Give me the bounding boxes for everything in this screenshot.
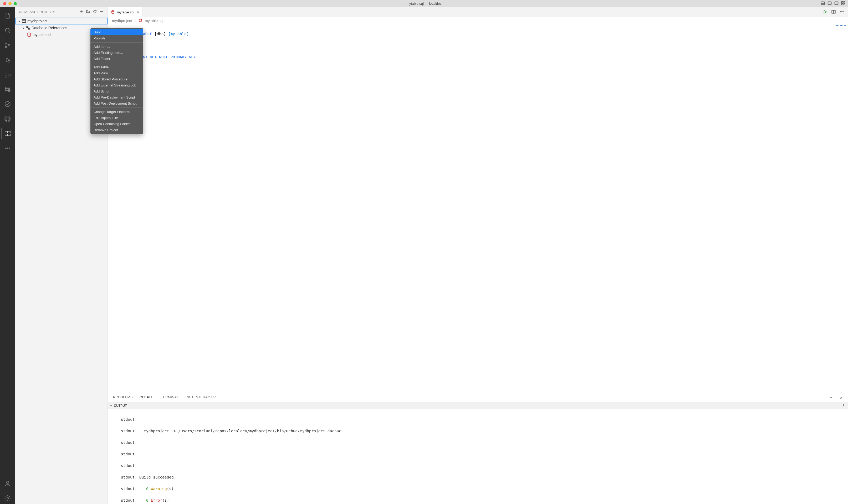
svg-point-45 [112, 10, 114, 11]
menu-add-view[interactable]: Add View [90, 70, 143, 76]
menu-add-folder[interactable]: Add Folder [90, 56, 143, 62]
svg-point-38 [103, 11, 103, 12]
menu-separator [90, 107, 143, 108]
activity-explorer[interactable] [2, 10, 13, 21]
svg-rect-25 [5, 131, 7, 133]
svg-line-11 [9, 32, 10, 33]
panel-tab-terminal[interactable]: TERMINAL [161, 395, 179, 401]
menu-add-stored-procedure[interactable]: Add Stored Procedure [90, 76, 143, 82]
menu-add-pre-deployment-script[interactable]: Add Pre-Deployment Script [90, 94, 143, 101]
activity-accounts[interactable] [2, 478, 13, 489]
panel-maximize-icon[interactable] [829, 396, 833, 400]
svg-point-16 [8, 60, 10, 62]
panel-tab-dotnet-interactive[interactable]: .NET INTERACTIVE [186, 395, 218, 401]
svg-point-29 [5, 148, 6, 148]
panel-tabs: PROBLEMS OUTPUT TERMINAL .NET INTERACTIV… [108, 394, 848, 402]
activity-source-control[interactable] [2, 39, 13, 51]
bottom-panel: PROBLEMS OUTPUT TERMINAL .NET INTERACTIV… [108, 394, 848, 504]
menu-add-script[interactable]: Add Script [90, 88, 143, 94]
panel-close-icon[interactable]: ✕ [840, 396, 843, 400]
tree-label: mydbproject [27, 19, 47, 23]
activity-bar [0, 7, 15, 504]
activity-database-projects[interactable] [2, 128, 13, 139]
run-icon[interactable] [823, 10, 828, 15]
svg-point-31 [9, 148, 10, 148]
svg-point-33 [7, 498, 9, 499]
tree-root-project[interactable]: ▾ mydbproject [15, 18, 107, 24]
menu-publish[interactable]: Publish [90, 35, 143, 41]
panel-tab-problems[interactable]: PROBLEMS [113, 395, 133, 401]
sql-file-icon [27, 32, 32, 37]
code-editor[interactable]: 12345 CREATE TABLE [dbo].[mytable] ( [Id… [108, 24, 848, 394]
split-editor-icon[interactable] [831, 10, 836, 15]
svg-point-52 [139, 19, 142, 20]
menu-add-table[interactable]: Add Table [90, 64, 143, 70]
activity-settings[interactable] [2, 492, 13, 504]
svg-point-51 [843, 12, 844, 12]
chevron-right-icon: ▸ [21, 26, 26, 30]
activity-extensions[interactable] [2, 69, 13, 80]
tab-filename: mytable.sql [117, 10, 134, 14]
svg-rect-19 [8, 74, 10, 76]
menu-remove-project[interactable]: Remove Project [90, 127, 143, 133]
svg-rect-18 [5, 75, 7, 77]
menu-open-containing-folder[interactable]: Open Containing Folder [90, 121, 143, 127]
close-tab-icon[interactable]: ✕ [137, 10, 139, 14]
svg-point-36 [101, 11, 101, 12]
open-project-icon[interactable] [86, 10, 90, 15]
output-content[interactable]: stdout: stdout: mydbproject -> /Users/sc… [108, 409, 848, 504]
sidebar-header: DATABASE PROJECTS [15, 7, 107, 17]
breadcrumb[interactable]: mydbproject › mytable.sql [108, 17, 848, 24]
tree-label: Database References [32, 26, 67, 30]
window-title: mytable.sql — localdev [0, 2, 848, 5]
svg-point-24 [5, 102, 10, 107]
references-icon [26, 25, 31, 30]
svg-rect-20 [5, 87, 10, 90]
menu-add-item[interactable]: Add Item... [90, 43, 143, 50]
activity-run-debug[interactable] [2, 54, 13, 66]
more-actions-icon[interactable] [100, 10, 104, 15]
svg-point-32 [6, 481, 9, 484]
code-content[interactable]: CREATE TABLE [dbo].[mytable] ( [Id] INT … [124, 24, 822, 394]
tree-label: mytable.sql [33, 33, 51, 37]
editor-tabs: mytable.sql ✕ [108, 7, 848, 17]
activity-search[interactable] [2, 25, 13, 36]
menu-add-post-deployment-script[interactable]: Add Post-Deployment Script [90, 101, 143, 106]
output-section-header[interactable]: ▾ OUTPUT [108, 402, 848, 409]
minimap[interactable] [822, 24, 848, 394]
svg-rect-17 [5, 72, 7, 74]
menu-edit-sqlproj[interactable]: Edit .sqlproj File [90, 115, 143, 121]
sidebar: DATABASE PROJECTS ▾ mydbproject ▸ Databa… [15, 7, 108, 504]
sql-file-icon [111, 10, 115, 15]
more-editor-actions-icon[interactable] [840, 10, 844, 15]
output-section-label: OUTPUT [114, 404, 127, 408]
svg-marker-46 [824, 10, 827, 13]
open-output-icon[interactable] [842, 403, 845, 408]
menu-add-existing-item[interactable]: Add Existing Item... [90, 50, 143, 56]
editor-tab-mytable[interactable]: mytable.sql ✕ [108, 7, 143, 17]
activity-more[interactable] [2, 142, 13, 154]
editor-area: mytable.sql ✕ mydbproject › mytable.sql … [108, 7, 848, 504]
menu-build[interactable]: Build [90, 29, 143, 35]
svg-rect-27 [8, 131, 10, 133]
activity-github[interactable] [2, 113, 13, 125]
activity-sqlserver[interactable] [2, 84, 13, 95]
menu-change-target-platform[interactable]: Change Target Platform [90, 109, 143, 115]
svg-rect-39 [22, 19, 26, 22]
breadcrumb-file[interactable]: mytable.sql [145, 19, 163, 23]
menu-add-external-streaming-job[interactable]: Add External Streaming Job [90, 82, 143, 88]
breadcrumb-project[interactable]: mydbproject [112, 19, 132, 23]
sql-file-icon [139, 18, 142, 23]
panel-tab-output[interactable]: OUTPUT [140, 395, 154, 401]
svg-marker-15 [6, 58, 10, 62]
chevron-down-icon: ▾ [110, 404, 112, 407]
chevron-down-icon: ▾ [17, 20, 21, 23]
refresh-icon[interactable] [93, 10, 97, 15]
titlebar: mytable.sql — localdev [0, 0, 848, 7]
svg-point-50 [842, 12, 843, 12]
new-project-icon[interactable] [79, 10, 83, 15]
context-menu: Build Publish Add Item... Add Existing I… [90, 28, 143, 134]
project-icon [21, 19, 26, 23]
chevron-right-icon: › [135, 19, 136, 23]
activity-task[interactable] [2, 98, 13, 110]
